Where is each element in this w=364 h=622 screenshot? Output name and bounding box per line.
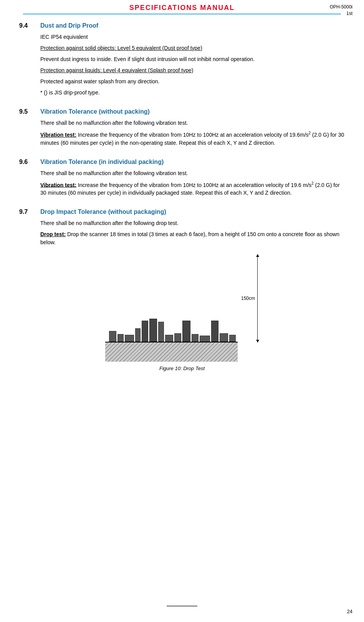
scanner-3 — [125, 335, 134, 342]
section-9-4-p2: Protection against solid objects: Level … — [40, 44, 345, 52]
scanner-14 — [220, 333, 228, 342]
arrow-bottom — [256, 340, 259, 342]
section-9-4-body: IEC IP54 equivalent Protection against s… — [40, 33, 345, 97]
ground-fill — [105, 342, 238, 362]
section-9-7-title: Drop Impact Tolerance (without packaging… — [40, 208, 166, 215]
section-9-5-title: Vibration Tolerance (without packing) — [40, 108, 150, 115]
section-9-6-number: 9.6 — [19, 159, 33, 165]
header-divider — [23, 13, 341, 15]
section-9-4: 9.4 Dust and Drip Proof IEC IP54 equival… — [19, 22, 345, 97]
scanner-6 — [149, 319, 157, 342]
section-9-6-body: There shall be no malfunction after the … — [40, 169, 345, 197]
section-9-7-number: 9.7 — [19, 208, 33, 215]
section-9-7-p2: Drop test: Drop the scanner 18 times in … — [40, 230, 345, 246]
scanner-2 — [117, 334, 124, 342]
scanner-1 — [109, 331, 116, 342]
section-9-7-body: There shall be no malfunction after the … — [40, 219, 345, 246]
scanner-9 — [174, 333, 181, 342]
figure-caption: Figure 10: Drop Test — [19, 366, 345, 371]
section-9-5-body: There shall be no malfunction after the … — [40, 119, 345, 147]
section-9-4-p5: Protected against water splash from any … — [40, 78, 345, 86]
height-label: 150cm — [241, 296, 255, 301]
arrow-top — [256, 254, 259, 257]
section-9-5-number: 9.5 — [19, 108, 33, 115]
section-9-4-number: 9.4 — [19, 22, 33, 29]
scanner-15 — [229, 335, 236, 342]
ground-top-line — [105, 342, 238, 342]
scanner-5 — [142, 321, 148, 342]
drop-test-figure: 150cm Figure 10: Drop Test — [19, 254, 345, 371]
scanners-group — [109, 319, 236, 342]
doc-reference: OPH-5000i 1st — [330, 4, 352, 17]
page-header: OPH-5000i 1st SPECIFICATIONS MANUAL — [0, 0, 364, 15]
page-content: 9.4 Dust and Drip Proof IEC IP54 equival… — [0, 15, 364, 390]
section-9-5-p2: Vibration test: Increase the frequency o… — [40, 130, 345, 147]
footer-line — [167, 605, 197, 607]
section-9-5-p1: There shall be no malfunction after the … — [40, 119, 345, 127]
section-9-4-p6: * () is JIS drip-proof type. — [40, 89, 345, 97]
drop-test-diagram: 150cm — [101, 254, 263, 362]
section-9-5: 9.5 Vibration Tolerance (without packing… — [19, 108, 345, 147]
section-9-4-p4: Protection against liquids: Level 4 equi… — [40, 66, 345, 74]
scanner-13 — [211, 321, 218, 342]
doc-ref-line1: OPH-5000i — [330, 4, 352, 10]
section-9-6-title: Vibration Tolerance (in individual packi… — [40, 159, 164, 165]
section-9-4-header: 9.4 Dust and Drip Proof — [19, 22, 345, 29]
section-9-4-title: Dust and Drip Proof — [40, 22, 98, 29]
scanner-4 — [135, 328, 141, 342]
scanner-8 — [165, 335, 173, 342]
section-9-6-p2: Vibration test: Increase the frequency o… — [40, 180, 345, 197]
scanner-10 — [182, 321, 190, 342]
section-9-7: 9.7 Drop Impact Tolerance (without packa… — [19, 208, 345, 371]
section-9-5-header: 9.5 Vibration Tolerance (without packing… — [19, 108, 345, 115]
manual-title: SPECIFICATIONS MANUAL — [0, 4, 364, 12]
doc-ref-line2: 1st — [346, 11, 352, 16]
section-9-6-header: 9.6 Vibration Tolerance (in individual p… — [19, 159, 345, 165]
section-9-6: 9.6 Vibration Tolerance (in individual p… — [19, 159, 345, 197]
section-9-7-p1: There shall be no malfunction after the … — [40, 219, 345, 227]
section-9-4-p1: IEC IP54 equivalent — [40, 33, 345, 41]
scanner-12 — [200, 336, 210, 342]
page-number: 24 — [347, 609, 352, 614]
section-9-6-p1: There shall be no malfunction after the … — [40, 169, 345, 177]
scanner-7 — [158, 322, 164, 342]
arrow-shaft — [257, 254, 258, 342]
section-9-4-p3: Prevent dust ingress to inside. Even if … — [40, 55, 345, 63]
section-9-7-header: 9.7 Drop Impact Tolerance (without packa… — [19, 208, 345, 215]
scanner-11 — [192, 334, 198, 342]
